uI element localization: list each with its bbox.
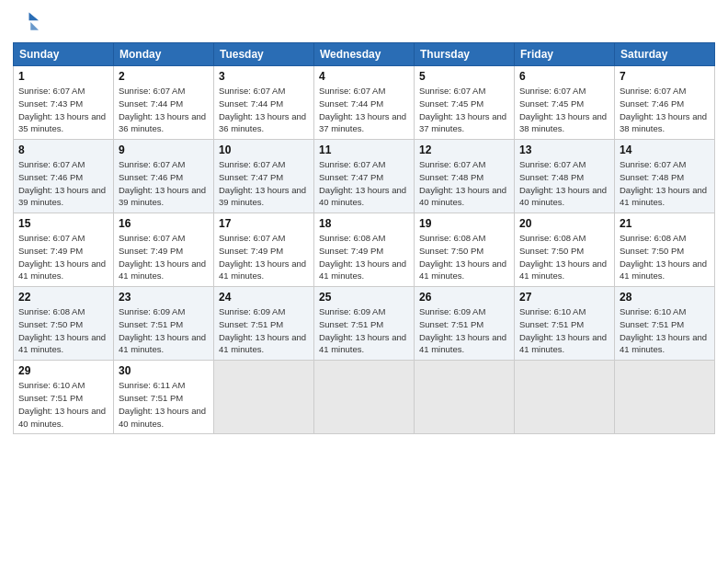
day-info: Sunrise: 6:08 AMSunset: 7:50 PMDaylight:… [419, 232, 509, 282]
calendar-cell: 4Sunrise: 6:07 AMSunset: 7:44 PMDaylight… [314, 66, 415, 140]
day-number: 14 [620, 144, 710, 156]
calendar-cell: 28Sunrise: 6:10 AMSunset: 7:51 PMDayligh… [615, 287, 715, 361]
calendar-cell: 23Sunrise: 6:09 AMSunset: 7:51 PMDayligh… [114, 287, 214, 361]
header [13, 9, 715, 35]
day-number: 9 [119, 144, 209, 156]
calendar-cell: 24Sunrise: 6:09 AMSunset: 7:51 PMDayligh… [214, 287, 314, 361]
day-info: Sunrise: 6:07 AMSunset: 7:49 PMDaylight:… [18, 232, 108, 282]
weekday-header-monday: Monday [114, 43, 214, 66]
svg-marker-1 [30, 22, 39, 30]
day-number: 24 [219, 291, 309, 304]
day-number: 18 [319, 217, 409, 230]
calendar-cell: 25Sunrise: 6:09 AMSunset: 7:51 PMDayligh… [314, 287, 415, 361]
day-number: 1 [18, 70, 108, 83]
day-info: Sunrise: 6:07 AMSunset: 7:46 PMDaylight:… [620, 85, 710, 135]
day-number: 6 [519, 70, 609, 83]
calendar-cell [615, 361, 715, 434]
day-number: 12 [419, 144, 509, 156]
logo [13, 9, 42, 35]
day-info: Sunrise: 6:09 AMSunset: 7:51 PMDaylight:… [119, 305, 209, 356]
day-info: Sunrise: 6:07 AMSunset: 7:49 PMDaylight:… [119, 232, 209, 282]
calendar-week-row: 15Sunrise: 6:07 AMSunset: 7:49 PMDayligh… [14, 213, 715, 287]
calendar-cell: 12Sunrise: 6:07 AMSunset: 7:48 PMDayligh… [415, 140, 515, 213]
calendar-cell: 20Sunrise: 6:08 AMSunset: 7:50 PMDayligh… [515, 213, 615, 287]
day-info: Sunrise: 6:07 AMSunset: 7:47 PMDaylight:… [319, 158, 409, 209]
weekday-header-wednesday: Wednesday [314, 43, 415, 66]
calendar-cell: 15Sunrise: 6:07 AMSunset: 7:49 PMDayligh… [14, 213, 114, 287]
calendar-week-row: 1Sunrise: 6:07 AMSunset: 7:43 PMDaylight… [14, 66, 715, 140]
day-number: 28 [620, 291, 710, 304]
calendar-cell [415, 361, 515, 434]
calendar-cell: 13Sunrise: 6:07 AMSunset: 7:48 PMDayligh… [515, 140, 615, 213]
day-info: Sunrise: 6:07 AMSunset: 7:45 PMDaylight:… [419, 85, 509, 135]
calendar-cell: 17Sunrise: 6:07 AMSunset: 7:49 PMDayligh… [214, 213, 314, 287]
day-number: 15 [18, 217, 108, 230]
day-number: 27 [519, 291, 609, 304]
day-info: Sunrise: 6:08 AMSunset: 7:50 PMDaylight:… [620, 232, 710, 282]
day-info: Sunrise: 6:07 AMSunset: 7:48 PMDaylight:… [620, 158, 710, 209]
day-info: Sunrise: 6:10 AMSunset: 7:51 PMDaylight:… [519, 305, 609, 356]
day-number: 4 [319, 70, 409, 83]
calendar-cell: 8Sunrise: 6:07 AMSunset: 7:46 PMDaylight… [14, 140, 114, 213]
day-info: Sunrise: 6:07 AMSunset: 7:45 PMDaylight:… [519, 85, 609, 135]
day-number: 26 [419, 291, 509, 304]
calendar-cell: 7Sunrise: 6:07 AMSunset: 7:46 PMDaylight… [615, 66, 715, 140]
calendar-week-row: 29Sunrise: 6:10 AMSunset: 7:51 PMDayligh… [14, 361, 715, 434]
day-number: 20 [519, 217, 609, 230]
calendar-cell: 9Sunrise: 6:07 AMSunset: 7:46 PMDaylight… [114, 140, 214, 213]
day-info: Sunrise: 6:10 AMSunset: 7:51 PMDaylight:… [620, 305, 710, 356]
calendar-cell: 29Sunrise: 6:10 AMSunset: 7:51 PMDayligh… [14, 361, 114, 434]
calendar-cell: 3Sunrise: 6:07 AMSunset: 7:44 PMDaylight… [214, 66, 314, 140]
calendar-cell: 2Sunrise: 6:07 AMSunset: 7:44 PMDaylight… [114, 66, 214, 140]
calendar-cell: 5Sunrise: 6:07 AMSunset: 7:45 PMDaylight… [415, 66, 515, 140]
day-info: Sunrise: 6:11 AMSunset: 7:51 PMDaylight:… [119, 379, 209, 430]
day-info: Sunrise: 6:07 AMSunset: 7:44 PMDaylight:… [119, 85, 209, 135]
calendar-cell: 22Sunrise: 6:08 AMSunset: 7:50 PMDayligh… [14, 287, 114, 361]
calendar-cell: 18Sunrise: 6:08 AMSunset: 7:49 PMDayligh… [314, 213, 415, 287]
calendar-cell: 27Sunrise: 6:10 AMSunset: 7:51 PMDayligh… [515, 287, 615, 361]
day-info: Sunrise: 6:09 AMSunset: 7:51 PMDaylight:… [419, 305, 509, 356]
calendar-cell [214, 361, 314, 434]
day-info: Sunrise: 6:07 AMSunset: 7:46 PMDaylight:… [119, 158, 209, 209]
day-info: Sunrise: 6:10 AMSunset: 7:51 PMDaylight:… [18, 379, 108, 430]
day-number: 3 [219, 70, 309, 83]
day-number: 29 [18, 364, 108, 377]
svg-marker-0 [29, 13, 40, 21]
day-info: Sunrise: 6:07 AMSunset: 7:44 PMDaylight:… [319, 85, 409, 135]
calendar-cell [515, 361, 615, 434]
calendar-cell: 1Sunrise: 6:07 AMSunset: 7:43 PMDaylight… [14, 66, 114, 140]
calendar-cell: 21Sunrise: 6:08 AMSunset: 7:50 PMDayligh… [615, 213, 715, 287]
day-info: Sunrise: 6:09 AMSunset: 7:51 PMDaylight:… [319, 305, 409, 356]
day-info: Sunrise: 6:07 AMSunset: 7:44 PMDaylight:… [219, 85, 309, 135]
day-number: 7 [620, 70, 710, 83]
calendar-cell: 26Sunrise: 6:09 AMSunset: 7:51 PMDayligh… [415, 287, 515, 361]
weekday-header-friday: Friday [515, 43, 615, 66]
day-info: Sunrise: 6:07 AMSunset: 7:48 PMDaylight:… [519, 158, 609, 209]
page: SundayMondayTuesdayWednesdayThursdayFrid… [0, 0, 728, 563]
day-number: 2 [119, 70, 209, 83]
day-info: Sunrise: 6:07 AMSunset: 7:46 PMDaylight:… [18, 158, 108, 209]
day-number: 11 [319, 144, 409, 156]
day-number: 10 [219, 144, 309, 156]
calendar-cell: 16Sunrise: 6:07 AMSunset: 7:49 PMDayligh… [114, 213, 214, 287]
calendar-cell: 6Sunrise: 6:07 AMSunset: 7:45 PMDaylight… [515, 66, 615, 140]
calendar-week-row: 22Sunrise: 6:08 AMSunset: 7:50 PMDayligh… [14, 287, 715, 361]
day-number: 5 [419, 70, 509, 83]
day-number: 13 [519, 144, 609, 156]
day-info: Sunrise: 6:07 AMSunset: 7:47 PMDaylight:… [219, 158, 309, 209]
weekday-header-row: SundayMondayTuesdayWednesdayThursdayFrid… [14, 43, 715, 66]
logo-icon [13, 9, 39, 35]
calendar-cell: 11Sunrise: 6:07 AMSunset: 7:47 PMDayligh… [314, 140, 415, 213]
calendar-cell: 14Sunrise: 6:07 AMSunset: 7:48 PMDayligh… [615, 140, 715, 213]
calendar-cell [314, 361, 415, 434]
day-info: Sunrise: 6:08 AMSunset: 7:50 PMDaylight:… [18, 305, 108, 356]
day-info: Sunrise: 6:08 AMSunset: 7:49 PMDaylight:… [319, 232, 409, 282]
day-info: Sunrise: 6:09 AMSunset: 7:51 PMDaylight:… [219, 305, 309, 356]
day-number: 21 [620, 217, 710, 230]
day-number: 17 [219, 217, 309, 230]
day-number: 25 [319, 291, 409, 304]
weekday-header-thursday: Thursday [415, 43, 515, 66]
day-number: 19 [419, 217, 509, 230]
calendar-cell: 10Sunrise: 6:07 AMSunset: 7:47 PMDayligh… [214, 140, 314, 213]
day-number: 16 [119, 217, 209, 230]
